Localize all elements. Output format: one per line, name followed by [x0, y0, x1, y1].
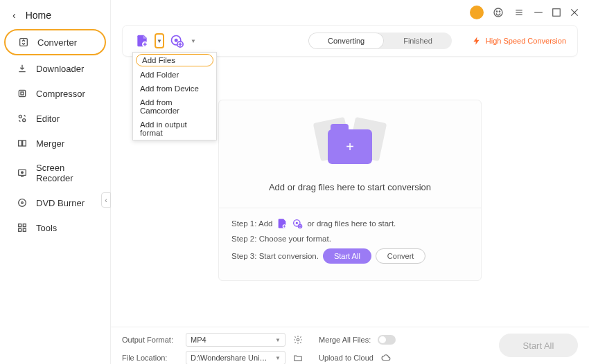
merge-toggle[interactable] — [378, 335, 396, 345]
add-file-icon[interactable] — [134, 33, 150, 49]
tab-finished[interactable]: Finished — [384, 33, 452, 49]
footer-start-all-button[interactable]: Start All — [499, 334, 578, 357]
sidebar-item-label: Editor — [36, 113, 60, 124]
back-button[interactable]: ‹ — [12, 10, 16, 21]
sidebar-item-screen-recorder[interactable]: Screen Recorder — [4, 156, 106, 190]
sidebar-item-dvd-burner[interactable]: DVD Burner — [4, 191, 106, 215]
sidebar-item-tools[interactable]: Tools — [4, 216, 106, 239]
add-file-mini-icon[interactable] — [276, 218, 288, 229]
tab-converting[interactable]: Converting — [308, 33, 384, 49]
add-file-dropdown-button[interactable]: ▼ — [155, 33, 164, 48]
svg-rect-7 — [553, 9, 561, 17]
editor-icon — [17, 113, 28, 124]
dropdown-item-add-from-camcorder[interactable]: Add from Camcorder — [133, 95, 216, 118]
dropdown-item-add-folder[interactable]: Add Folder — [133, 68, 216, 82]
svg-rect-14 — [19, 140, 22, 146]
svg-point-32 — [297, 338, 299, 341]
sidebar-item-label: Downloader — [36, 64, 84, 74]
sidebar-item-editor[interactable]: Editor — [4, 107, 106, 130]
merger-icon — [17, 138, 28, 149]
output-format-select[interactable]: MP4 ▼ — [186, 333, 285, 347]
minimize-button[interactable] — [534, 8, 543, 17]
sidebar-item-label: Screen Recorder — [36, 163, 94, 183]
merge-label: Merge All Files: — [319, 336, 371, 344]
format-settings-icon[interactable] — [292, 334, 304, 345]
dropdown-item-add-in-output-format[interactable]: Add in output format — [133, 118, 216, 140]
dropzone-text: Add or drag files here to start conversi… — [233, 182, 467, 192]
svg-rect-22 — [19, 228, 21, 231]
chevron-down-icon: ▼ — [275, 355, 281, 361]
toolbar: ▼ ▼ Add Files Add Folder Add from Device… — [122, 25, 578, 57]
high-speed-conversion-link[interactable]: High Speed Conversion — [472, 36, 566, 46]
support-icon[interactable] — [492, 6, 504, 19]
add-disc-mini-icon[interactable] — [292, 218, 303, 229]
dropzone[interactable]: + Add or drag files here to start conver… — [218, 100, 482, 281]
convert-button[interactable]: Convert — [376, 248, 426, 264]
add-files-dropdown: Add Files Add Folder Add from Device Add… — [132, 52, 217, 140]
step1-post: or drag files here to start. — [307, 219, 396, 228]
compressor-icon — [17, 88, 28, 99]
sidebar-item-label: Tools — [36, 223, 57, 233]
tabs: Converting Finished — [308, 33, 452, 49]
step1-pre: Step 1: Add — [231, 219, 272, 228]
step2: Step 2: Choose your format. — [231, 235, 331, 243]
svg-point-26 — [175, 39, 177, 42]
dropdown-item-add-from-device[interactable]: Add from Device — [133, 82, 216, 95]
sidebar-item-label: Converter — [37, 37, 77, 48]
add-disc-icon[interactable] — [168, 33, 185, 49]
sidebar-item-converter[interactable]: Converter — [4, 29, 106, 55]
svg-point-17 — [21, 172, 24, 174]
lightning-icon — [472, 36, 482, 46]
add-disc-dropdown-caret[interactable]: ▼ — [189, 38, 197, 44]
start-all-button[interactable]: Start All — [323, 248, 371, 264]
tools-icon — [17, 222, 28, 233]
file-location-label: File Location: — [122, 354, 179, 362]
footer: Output Format: MP4 ▼ Merge All Files: Fi… — [111, 327, 589, 364]
svg-rect-11 — [19, 90, 25, 96]
output-format-label: Output Format: — [122, 336, 179, 344]
svg-point-12 — [19, 115, 21, 118]
page-title: Home — [26, 10, 51, 21]
svg-point-2 — [499, 11, 500, 12]
svg-point-30 — [297, 222, 298, 224]
menu-icon[interactable] — [513, 6, 525, 19]
sidebar-item-downloader[interactable]: Downloader — [4, 57, 106, 80]
sidebar-item-label: Compressor — [36, 89, 85, 99]
upload-cloud-label: Upload to Cloud — [319, 354, 373, 362]
sidebar: ‹ Home Converter Downloader Compressor E… — [0, 0, 111, 364]
sidebar-item-compressor[interactable]: Compressor — [4, 82, 106, 105]
screen-recorder-icon — [17, 167, 28, 179]
svg-rect-15 — [23, 140, 26, 146]
svg-rect-20 — [19, 224, 21, 227]
file-location-value: D:\Wondershare UniConverter 1 — [191, 354, 271, 362]
maximize-button[interactable] — [552, 8, 561, 17]
svg-point-13 — [23, 119, 26, 122]
svg-point-19 — [21, 202, 24, 204]
high-speed-label: High Speed Conversion — [486, 37, 566, 45]
downloader-icon — [17, 63, 28, 74]
svg-point-18 — [19, 199, 26, 207]
svg-rect-23 — [23, 228, 26, 231]
collapse-sidebar-button[interactable]: ‹ — [101, 192, 111, 208]
dvd-burner-icon — [17, 197, 28, 208]
file-location-select[interactable]: D:\Wondershare UniConverter 1 ▼ — [186, 351, 285, 364]
open-folder-icon[interactable] — [292, 352, 304, 363]
svg-point-1 — [496, 11, 497, 12]
converter-icon — [18, 37, 29, 48]
cloud-icon[interactable] — [380, 352, 392, 363]
step3: Step 3: Start conversion. — [231, 252, 319, 260]
sidebar-item-label: DVD Burner — [36, 198, 85, 208]
sidebar-item-merger[interactable]: Merger — [4, 131, 106, 155]
svg-rect-21 — [23, 224, 26, 227]
dropdown-item-add-files[interactable]: Add Files — [136, 54, 213, 66]
steps: Step 1: Add or drag files here to start.… — [219, 208, 481, 280]
sidebar-item-label: Merger — [36, 138, 64, 149]
chevron-down-icon: ▼ — [275, 337, 281, 343]
folder-illustration: + — [308, 117, 392, 172]
close-button[interactable] — [570, 8, 579, 17]
avatar[interactable] — [470, 6, 484, 19]
output-format-value: MP4 — [191, 336, 206, 344]
